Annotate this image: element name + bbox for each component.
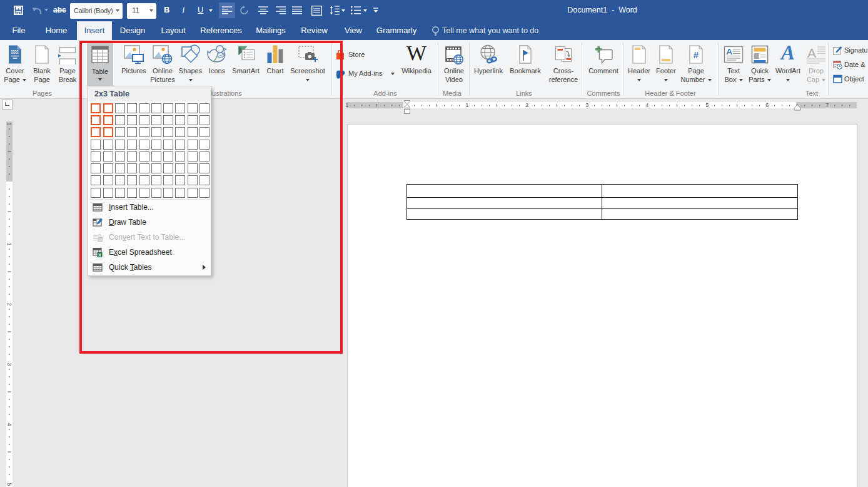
- svg-text:7: 7: [825, 102, 829, 108]
- svg-text:3: 3: [585, 102, 588, 108]
- svg-text:4: 4: [6, 423, 13, 426]
- svg-text:A: A: [807, 46, 816, 60]
- svg-text:1: 1: [345, 102, 348, 108]
- svg-text:2: 2: [6, 302, 13, 305]
- svg-text:#: #: [694, 49, 699, 60]
- svg-text:4: 4: [645, 102, 648, 108]
- svg-text:5: 5: [705, 102, 709, 108]
- svg-text:5: 5: [6, 483, 13, 486]
- svg-text:3: 3: [6, 362, 13, 366]
- svg-text:1: 1: [6, 122, 13, 125]
- svg-text:1: 1: [6, 242, 13, 245]
- svg-text:6: 6: [765, 102, 769, 108]
- svg-text:2: 2: [525, 102, 528, 108]
- svg-text:A: A: [726, 47, 732, 56]
- svg-text:1: 1: [465, 102, 468, 108]
